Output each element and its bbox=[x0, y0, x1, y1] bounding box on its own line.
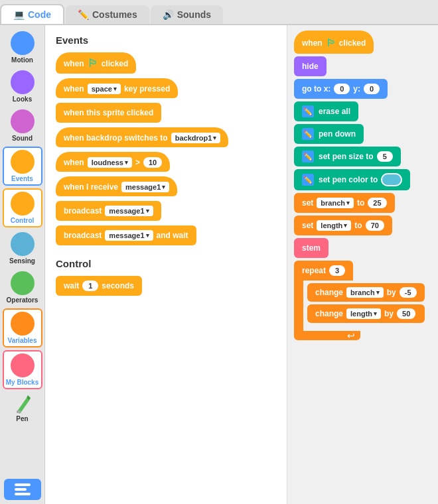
sidebar-item-pen[interactable]: Pen bbox=[3, 392, 42, 424]
loudness-input[interactable]: 10 bbox=[143, 157, 162, 168]
pen-size-input[interactable]: 5 bbox=[377, 151, 393, 162]
sidebar-item-operators[interactable]: Operators bbox=[3, 269, 42, 306]
tab-code[interactable]: 💻 Code bbox=[0, 4, 64, 24]
sidebar-item-variables[interactable]: Variables bbox=[3, 308, 42, 347]
block-when-flag-clicked[interactable]: when 🏳 clicked bbox=[56, 52, 136, 74]
blocks-panel: Events when 🏳 clicked when space ▾ key p… bbox=[45, 25, 287, 504]
color-swatch[interactable] bbox=[381, 173, 402, 186]
control-title: Control bbox=[56, 258, 280, 269]
message-dropdown-receive[interactable]: message1 ▾ bbox=[121, 182, 169, 192]
script-hide[interactable]: hide bbox=[294, 56, 327, 76]
loudness-dropdown[interactable]: loudness ▾ bbox=[88, 157, 132, 168]
svg-rect-1 bbox=[15, 483, 31, 486]
sidebar-item-motion[interactable]: Motion bbox=[3, 29, 42, 66]
events-blocks: when 🏳 clicked when space ▾ key pressed … bbox=[56, 52, 280, 255]
sounds-icon: 🔊 bbox=[163, 9, 174, 20]
branch-value[interactable]: 25 bbox=[368, 198, 386, 208]
repeat-header[interactable]: repeat 3 bbox=[294, 261, 353, 281]
script-when-flag[interactable]: when 🏳 clicked bbox=[294, 31, 374, 54]
flag-icon: 🏳 bbox=[88, 58, 98, 70]
block-wait[interactable]: wait 1 seconds bbox=[56, 276, 142, 296]
script-repeat-block: repeat 3 change branch ▾ by -5 bbox=[294, 261, 425, 340]
message-dropdown-broadcast[interactable]: message1 ▾ bbox=[105, 206, 153, 216]
svg-rect-0 bbox=[17, 410, 21, 413]
length-dropdown-1[interactable]: length ▾ bbox=[317, 220, 351, 231]
pencil-icon-4: ✏️ bbox=[302, 174, 314, 186]
repeat-footer: ↩ bbox=[294, 331, 360, 340]
tab-bar: 💻 Code ✏️ Costumes 🔊 Sounds bbox=[0, 0, 438, 25]
sidebar-item-sound[interactable]: Sound bbox=[3, 107, 42, 144]
repeat-body: change branch ▾ by -5 change length ▾ by… bbox=[294, 281, 425, 331]
block-broadcast-wait[interactable]: broadcast message1 ▾ and wait bbox=[56, 225, 196, 245]
script-erase-all[interactable]: ✏️ erase all bbox=[294, 101, 358, 121]
length-dropdown-2[interactable]: length ▾ bbox=[346, 308, 381, 319]
repeat-inner: change branch ▾ by -5 change length ▾ by… bbox=[303, 281, 425, 331]
length-change-input[interactable]: 50 bbox=[397, 308, 415, 319]
branch-dropdown-2[interactable]: branch ▾ bbox=[346, 287, 384, 298]
code-icon: 💻 bbox=[13, 9, 25, 20]
block-when-sprite-clicked[interactable]: when this sprite clicked bbox=[56, 103, 161, 123]
sidebar-bottom-icon[interactable] bbox=[4, 479, 41, 500]
script-panel: when 🏳 clicked hide go to x: 0 y: 0 ✏️ e… bbox=[287, 25, 438, 504]
pencil-icon: ✏️ bbox=[302, 105, 314, 117]
script-stack: when 🏳 clicked hide go to x: 0 y: 0 ✏️ e… bbox=[294, 31, 425, 340]
svg-rect-3 bbox=[15, 493, 31, 495]
sidebar-item-myblocks[interactable]: My Blocks bbox=[3, 350, 42, 389]
branch-change-input[interactable]: -5 bbox=[400, 287, 417, 298]
script-pen-size[interactable]: ✏️ set pen size to 5 bbox=[294, 147, 401, 166]
script-set-branch[interactable]: set branch ▾ to 25 bbox=[294, 193, 395, 213]
main-layout: Motion Looks Sound Events Control Sensin… bbox=[0, 25, 438, 504]
script-stem[interactable]: stem bbox=[294, 238, 328, 258]
block-when-key-pressed[interactable]: when space ▾ key pressed bbox=[56, 78, 178, 98]
control-blocks: wait 1 seconds bbox=[56, 276, 280, 300]
branch-dropdown-1[interactable]: branch ▾ bbox=[317, 198, 354, 208]
y-input[interactable]: 0 bbox=[364, 84, 380, 94]
sidebar-item-sensing[interactable]: Sensing bbox=[3, 230, 42, 267]
script-change-length[interactable]: change length ▾ by 50 bbox=[307, 304, 425, 323]
wait-input[interactable]: 1 bbox=[82, 281, 98, 291]
script-pen-down[interactable]: ✏️ pen down bbox=[294, 124, 364, 144]
script-goto[interactable]: go to x: 0 y: 0 bbox=[294, 79, 388, 99]
script-pen-color[interactable]: ✏️ set pen color to bbox=[294, 169, 410, 190]
script-set-length[interactable]: set length ▾ to 70 bbox=[294, 216, 392, 235]
sidebar-item-control[interactable]: Control bbox=[3, 188, 42, 227]
key-dropdown[interactable]: space ▾ bbox=[88, 84, 121, 94]
sidebar-item-events[interactable]: Events bbox=[3, 147, 42, 186]
length-value[interactable]: 70 bbox=[366, 220, 384, 231]
tab-costumes[interactable]: ✏️ Costumes bbox=[66, 5, 149, 24]
x-input[interactable]: 0 bbox=[334, 84, 350, 94]
svg-rect-2 bbox=[15, 488, 27, 491]
block-when-receive[interactable]: when I receive message1 ▾ bbox=[56, 176, 177, 196]
repeat-arm bbox=[294, 281, 303, 331]
return-arrow-icon: ↩ bbox=[347, 330, 355, 341]
events-title: Events bbox=[56, 34, 280, 46]
script-flag-icon: 🏳 bbox=[326, 37, 336, 48]
costumes-icon: ✏️ bbox=[78, 9, 89, 20]
block-when-backdrop[interactable]: when backdrop switches to backdrop1 ▾ bbox=[56, 127, 228, 147]
block-broadcast[interactable]: broadcast message1 ▾ bbox=[56, 201, 161, 221]
pencil-icon-2: ✏️ bbox=[302, 128, 314, 140]
script-change-branch[interactable]: change branch ▾ by -5 bbox=[307, 283, 425, 302]
sidebar-item-looks[interactable]: Looks bbox=[3, 68, 42, 105]
sidebar: Motion Looks Sound Events Control Sensin… bbox=[0, 25, 45, 504]
pencil-icon-3: ✏️ bbox=[302, 151, 314, 162]
block-when-loudness[interactable]: when loudness ▾ > 10 bbox=[56, 152, 170, 172]
tab-sounds[interactable]: 🔊 Sounds bbox=[151, 5, 223, 24]
message-dropdown-broadcast-wait[interactable]: message1 ▾ bbox=[105, 230, 153, 241]
backdrop-dropdown[interactable]: backdrop1 ▾ bbox=[171, 133, 221, 143]
repeat-input[interactable]: 3 bbox=[329, 265, 345, 276]
